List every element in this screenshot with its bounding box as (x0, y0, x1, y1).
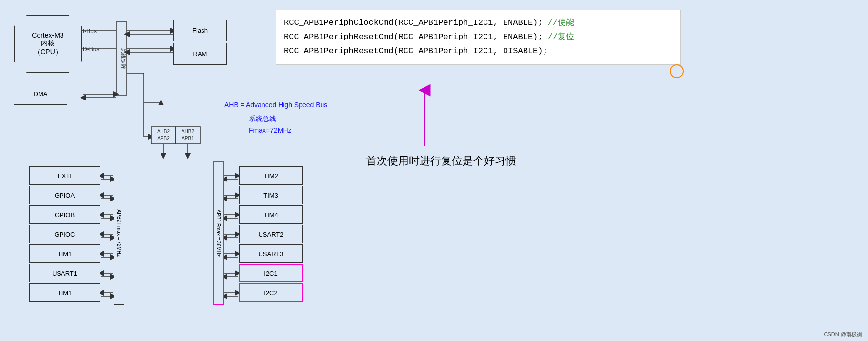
orange-circle-indicator (670, 64, 684, 78)
dma-block: DMA (14, 83, 67, 105)
usart2-block: USART2 (239, 225, 303, 243)
flash-block: Flash (173, 20, 227, 41)
cortex-line1: Cortex-M3 (32, 31, 63, 39)
annotation-text: 首次使用时进行复位是个好习惯 (366, 154, 516, 168)
usart3-block: USART3 (239, 244, 303, 263)
code-line2: RCC_APB1PeriphResetCmd(RCC_APB1Periph_I2… (284, 30, 672, 44)
code-line3: RCC_APB1PeriphResetCmd(RCC_APB1Periph_I2… (284, 44, 672, 59)
tim4-block: TIM4 (239, 205, 303, 224)
watermark: CSDN @南极衡 (824, 331, 862, 338)
gpioc-block: GPIOC (29, 225, 100, 243)
cortex-line3: （CPU） (34, 48, 62, 57)
svg-text:Fmax=72MHz: Fmax=72MHz (249, 126, 292, 134)
svg-text:系统总线: 系统总线 (249, 115, 276, 122)
svg-text:总线矩阵: 总线矩阵 (121, 47, 126, 69)
gpiob-block: GPIOB (29, 205, 100, 224)
svg-rect-4 (116, 22, 127, 95)
exti-block: EXTI (29, 166, 100, 185)
apb1-bar: APB1 Fmax = 36MHz (213, 161, 224, 305)
gpioa-block: GPIOA (29, 186, 100, 204)
svg-text:AHB = Advanced High Speed Bus: AHB = Advanced High Speed Bus (224, 101, 327, 109)
code-line1: RCC_APB1PeriphClockCmd(RCC_APB1Periph_I2… (284, 16, 672, 30)
svg-text:APB2: APB2 (157, 136, 170, 141)
svg-text:APB1: APB1 (182, 136, 194, 141)
i2c1-block: I2C1 (239, 264, 303, 282)
cortex-line2: 内核 (41, 39, 55, 48)
tim1-bot-block: TIM1 (29, 283, 100, 302)
svg-text:D-Bus: D-Bus (83, 46, 99, 53)
apb2-bar: APB2 Fmax = 72MHz (114, 161, 124, 305)
tim3-block: TIM3 (239, 186, 303, 204)
tim1-top-block: TIM1 (29, 244, 100, 263)
tim2-block: TIM2 (239, 166, 303, 185)
usart1-block: USART1 (29, 264, 100, 282)
svg-text:I-Bus: I-Bus (83, 28, 97, 35)
svg-text:AHB2: AHB2 (157, 129, 170, 134)
svg-rect-17 (151, 127, 176, 144)
ram-block: RAM (173, 43, 227, 65)
svg-text:AHB2: AHB2 (182, 129, 195, 134)
cortex-m3-block: Cortex-M3 内核 （CPU） (14, 15, 82, 73)
code-box: RCC_APB1PeriphClockCmd(RCC_APB1Periph_I2… (276, 10, 681, 65)
i2c2-block: I2C2 (239, 283, 303, 302)
svg-rect-20 (176, 127, 200, 144)
